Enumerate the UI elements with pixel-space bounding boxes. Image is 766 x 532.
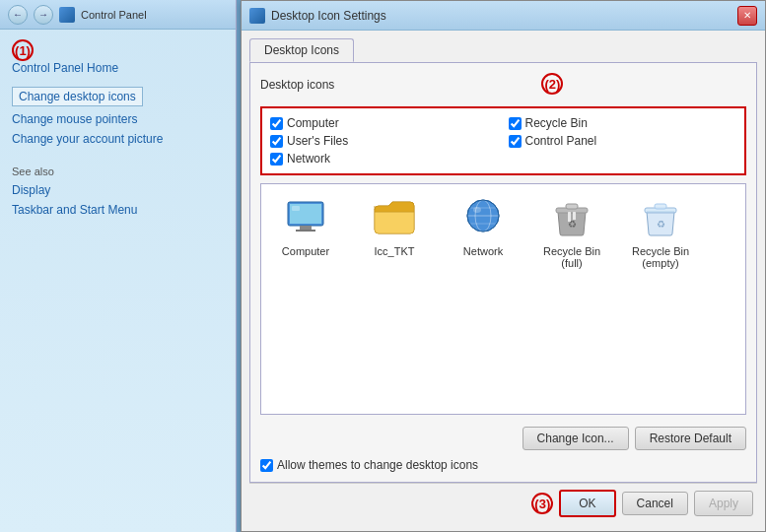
cp-title: Control Panel (81, 9, 147, 21)
chk-recyclebin[interactable] (509, 117, 522, 130)
display-link[interactable]: Display (12, 183, 224, 197)
change-icon-button[interactable]: Change Icon... (522, 427, 629, 450)
allow-themes-label: Allow themes to change desktop icons (277, 458, 478, 472)
icon-network[interactable]: Network (449, 194, 518, 257)
chk-controlpanel[interactable] (509, 135, 522, 148)
folder-icon-svg (371, 194, 418, 241)
dialog-title: Desktop Icon Settings (271, 9, 386, 23)
icon-computer-label: Computer (282, 245, 329, 257)
control-panel-window: ← → Control Panel (1) Control Panel Home… (0, 0, 237, 532)
see-also-label: See also (12, 166, 224, 177)
icon-folder[interactable]: Icc_TKT (360, 194, 429, 257)
checkbox-network[interactable]: Network (270, 152, 499, 166)
chk-network[interactable] (270, 153, 283, 166)
change-account-picture-link[interactable]: Change your account picture (12, 132, 224, 146)
tab-bar: Desktop Icons (249, 38, 757, 62)
checkboxes-grid: Computer Recycle Bin User's Files Contro… (270, 116, 736, 166)
cp-home-link[interactable]: Control Panel Home (12, 61, 224, 75)
dialog-icon (249, 8, 265, 24)
dialog-titlebar: Desktop Icon Settings ✕ (242, 1, 765, 31)
cp-sidebar: (1) Control Panel Home Change desktop ic… (0, 30, 236, 233)
recycle-full-icon-svg: ♻ (548, 194, 595, 241)
svg-rect-15 (568, 212, 571, 222)
taskbar-link[interactable]: Taskbar and Start Menu (12, 203, 224, 217)
section-title: Desktop icons (2) (260, 73, 746, 95)
icon-preview-area: Computer Icc_TKT (260, 183, 746, 415)
network-icon-svg (459, 194, 507, 241)
svg-rect-18 (655, 204, 666, 209)
dialog-title-left: Desktop Icon Settings (249, 8, 386, 24)
icon-computer[interactable]: Computer (271, 194, 340, 257)
back-button[interactable]: ← (8, 5, 28, 25)
tab-desktop-icons[interactable]: Desktop Icons (249, 38, 354, 62)
icon-recycle-full[interactable]: ♻ Recycle Bin(full) (537, 194, 606, 269)
svg-rect-3 (296, 230, 315, 232)
change-desktop-icons-link[interactable]: Change desktop icons (12, 87, 143, 106)
svg-text:♻: ♻ (657, 219, 665, 230)
chk-userfiles[interactable] (270, 135, 283, 148)
annotation-3: (3) (531, 493, 553, 514)
checkboxes-section: Computer Recycle Bin User's Files Contro… (260, 106, 746, 175)
annotation-2: (2) (541, 73, 563, 95)
computer-icon-svg (282, 194, 329, 241)
annotation-1: (1) (12, 39, 34, 61)
svg-point-11 (473, 207, 481, 213)
svg-rect-16 (573, 212, 576, 220)
allow-themes-row[interactable]: Allow themes to change desktop icons (260, 458, 746, 472)
allow-themes-checkbox[interactable] (260, 459, 273, 472)
ok-cancel-row: (3) OK Cancel Apply (249, 483, 757, 523)
icon-recycle-full-label: Recycle Bin(full) (543, 245, 600, 269)
dialog-window: Desktop Icon Settings ✕ Desktop Icons De… (241, 0, 766, 532)
icon-buttons-row: Change Icon... Restore Default (260, 427, 746, 450)
icon-folder-label: Icc_TKT (375, 245, 415, 257)
svg-rect-2 (300, 226, 312, 230)
restore-default-button[interactable]: Restore Default (635, 427, 746, 450)
icon-recycle-empty-label: Recycle Bin(empty) (632, 245, 689, 269)
checkbox-computer[interactable]: Computer (270, 116, 499, 130)
ok-button[interactable]: OK (559, 490, 615, 517)
apply-button[interactable]: Apply (694, 491, 753, 516)
recycle-empty-icon-svg: ♻ (637, 194, 684, 241)
icon-network-label: Network (463, 245, 503, 257)
chk-computer[interactable] (270, 117, 283, 130)
svg-rect-13 (566, 204, 578, 209)
checkbox-controlpanel[interactable]: Control Panel (509, 134, 737, 148)
dialog-content: Desktop Icons Desktop icons (2) (242, 31, 765, 531)
close-button[interactable]: ✕ (737, 6, 757, 26)
cp-icon (59, 7, 75, 23)
main-panel: Desktop icons (2) Computer (249, 62, 757, 483)
checkbox-recyclebin[interactable]: Recycle Bin (509, 116, 737, 130)
cp-titlebar: ← → Control Panel (0, 0, 236, 30)
forward-button[interactable]: → (34, 5, 53, 25)
icon-recycle-empty[interactable]: ♻ Recycle Bin(empty) (626, 194, 695, 269)
change-mouse-pointers-link[interactable]: Change mouse pointers (12, 112, 224, 126)
checkbox-userfiles[interactable]: User's Files (270, 134, 499, 148)
cancel-button[interactable]: Cancel (622, 492, 688, 515)
svg-rect-4 (292, 206, 300, 211)
